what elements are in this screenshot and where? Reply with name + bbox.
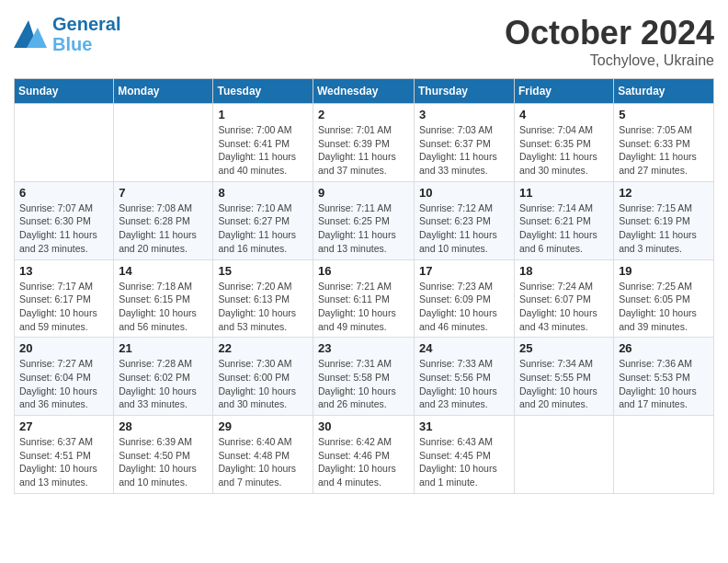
calendar-cell: 14Sunrise: 7:18 AM Sunset: 6:15 PM Dayli…: [114, 259, 213, 338]
day-number: 8: [218, 186, 308, 200]
calendar-cell: 28Sunrise: 6:39 AM Sunset: 4:50 PM Dayli…: [114, 416, 213, 494]
day-info: Sunrise: 6:37 AM Sunset: 4:51 PM Dayligh…: [19, 435, 108, 489]
day-info: Sunrise: 7:24 AM Sunset: 6:07 PM Dayligh…: [519, 280, 609, 334]
day-info: Sunrise: 7:25 AM Sunset: 6:05 PM Dayligh…: [619, 280, 709, 334]
week-row-4: 20Sunrise: 7:27 AM Sunset: 6:04 PM Dayli…: [15, 338, 714, 416]
calendar-cell: 15Sunrise: 7:20 AM Sunset: 6:13 PM Dayli…: [213, 259, 313, 338]
logo: General Blue: [14, 14, 120, 54]
day-number: 10: [419, 186, 509, 200]
day-info: Sunrise: 6:39 AM Sunset: 4:50 PM Dayligh…: [119, 435, 208, 489]
day-info: Sunrise: 7:12 AM Sunset: 6:23 PM Dayligh…: [419, 201, 509, 256]
day-number: 30: [318, 419, 409, 433]
day-number: 26: [619, 341, 709, 355]
day-number: 7: [119, 186, 208, 200]
day-header-sunday: Sunday: [15, 79, 114, 104]
logo-general: General: [52, 14, 120, 34]
day-number: 15: [218, 264, 308, 278]
page-header: General Blue October 2024 Tochylove, Ukr…: [14, 14, 714, 69]
day-info: Sunrise: 7:08 AM Sunset: 6:28 PM Dayligh…: [119, 201, 208, 256]
calendar-cell: 31Sunrise: 6:43 AM Sunset: 4:45 PM Dayli…: [415, 416, 515, 494]
day-number: 20: [19, 341, 108, 355]
calendar-cell: 19Sunrise: 7:25 AM Sunset: 6:05 PM Dayli…: [614, 259, 714, 338]
calendar-cell: [614, 416, 714, 494]
day-info: Sunrise: 7:14 AM Sunset: 6:21 PM Dayligh…: [519, 201, 609, 256]
title-block: October 2024 Tochylove, Ukraine: [505, 14, 714, 69]
day-number: 3: [419, 108, 509, 121]
day-info: Sunrise: 7:33 AM Sunset: 5:56 PM Dayligh…: [419, 357, 509, 411]
calendar-cell: 13Sunrise: 7:17 AM Sunset: 6:17 PM Dayli…: [15, 259, 114, 338]
week-row-5: 27Sunrise: 6:37 AM Sunset: 4:51 PM Dayli…: [15, 416, 714, 494]
calendar-cell: 10Sunrise: 7:12 AM Sunset: 6:23 PM Dayli…: [415, 181, 515, 259]
calendar-cell: 20Sunrise: 7:27 AM Sunset: 6:04 PM Dayli…: [15, 338, 114, 416]
calendar-cell: 22Sunrise: 7:30 AM Sunset: 6:00 PM Dayli…: [213, 338, 313, 416]
header-row: SundayMondayTuesdayWednesdayThursdayFrid…: [15, 79, 714, 104]
day-number: 12: [619, 186, 709, 200]
day-number: 23: [318, 341, 409, 355]
day-number: 25: [519, 341, 609, 355]
calendar-cell: [515, 416, 614, 494]
day-info: Sunrise: 7:03 AM Sunset: 6:37 PM Dayligh…: [419, 123, 509, 178]
day-info: Sunrise: 7:20 AM Sunset: 6:13 PM Dayligh…: [218, 280, 308, 334]
day-info: Sunrise: 7:07 AM Sunset: 6:30 PM Dayligh…: [19, 201, 108, 256]
day-info: Sunrise: 6:43 AM Sunset: 4:45 PM Dayligh…: [419, 435, 509, 489]
day-number: 28: [119, 419, 208, 433]
calendar-cell: 4Sunrise: 7:04 AM Sunset: 6:35 PM Daylig…: [515, 104, 614, 182]
day-info: Sunrise: 7:23 AM Sunset: 6:09 PM Dayligh…: [419, 280, 509, 334]
day-number: 31: [419, 419, 509, 433]
day-header-thursday: Thursday: [415, 79, 515, 104]
day-info: Sunrise: 7:30 AM Sunset: 6:00 PM Dayligh…: [218, 357, 308, 411]
calendar-cell: 6Sunrise: 7:07 AM Sunset: 6:30 PM Daylig…: [15, 181, 114, 259]
calendar-cell: 26Sunrise: 7:36 AM Sunset: 5:53 PM Dayli…: [614, 338, 714, 416]
calendar-cell: 9Sunrise: 7:11 AM Sunset: 6:25 PM Daylig…: [313, 181, 415, 259]
day-info: Sunrise: 7:05 AM Sunset: 6:33 PM Dayligh…: [619, 123, 709, 178]
week-row-3: 13Sunrise: 7:17 AM Sunset: 6:17 PM Dayli…: [15, 259, 714, 338]
calendar-cell: 18Sunrise: 7:24 AM Sunset: 6:07 PM Dayli…: [515, 259, 614, 338]
day-number: 13: [19, 264, 108, 278]
calendar-cell: [114, 104, 213, 182]
day-number: 16: [318, 264, 409, 278]
day-number: 24: [419, 341, 509, 355]
day-info: Sunrise: 7:15 AM Sunset: 6:19 PM Dayligh…: [619, 201, 709, 256]
logo-blue: Blue: [52, 34, 120, 54]
calendar-cell: 24Sunrise: 7:33 AM Sunset: 5:56 PM Dayli…: [415, 338, 515, 416]
month-title: October 2024: [505, 14, 714, 52]
day-number: 6: [19, 186, 108, 200]
calendar-cell: 17Sunrise: 7:23 AM Sunset: 6:09 PM Dayli…: [415, 259, 515, 338]
calendar-cell: 7Sunrise: 7:08 AM Sunset: 6:28 PM Daylig…: [114, 181, 213, 259]
day-number: 11: [519, 186, 609, 200]
day-header-wednesday: Wednesday: [313, 79, 415, 104]
calendar-cell: 12Sunrise: 7:15 AM Sunset: 6:19 PM Dayli…: [614, 181, 714, 259]
day-number: 17: [419, 264, 509, 278]
day-number: 27: [19, 419, 108, 433]
calendar-cell: 16Sunrise: 7:21 AM Sunset: 6:11 PM Dayli…: [313, 259, 415, 338]
day-number: 19: [619, 264, 709, 278]
calendar-cell: [15, 104, 114, 182]
day-info: Sunrise: 7:34 AM Sunset: 5:55 PM Dayligh…: [519, 357, 609, 411]
week-row-2: 6Sunrise: 7:07 AM Sunset: 6:30 PM Daylig…: [15, 181, 714, 259]
day-number: 14: [119, 264, 208, 278]
day-number: 5: [619, 108, 709, 121]
day-info: Sunrise: 7:27 AM Sunset: 6:04 PM Dayligh…: [19, 357, 108, 411]
calendar-cell: 8Sunrise: 7:10 AM Sunset: 6:27 PM Daylig…: [213, 181, 313, 259]
day-number: 2: [318, 108, 409, 121]
calendar-cell: 3Sunrise: 7:03 AM Sunset: 6:37 PM Daylig…: [415, 104, 515, 182]
day-number: 22: [218, 341, 308, 355]
calendar-cell: 27Sunrise: 6:37 AM Sunset: 4:51 PM Dayli…: [15, 416, 114, 494]
day-header-saturday: Saturday: [614, 79, 714, 104]
day-info: Sunrise: 7:00 AM Sunset: 6:41 PM Dayligh…: [218, 123, 308, 178]
calendar-cell: 30Sunrise: 6:42 AM Sunset: 4:46 PM Dayli…: [313, 416, 415, 494]
day-info: Sunrise: 7:17 AM Sunset: 6:17 PM Dayligh…: [19, 280, 108, 334]
day-info: Sunrise: 7:21 AM Sunset: 6:11 PM Dayligh…: [318, 280, 409, 334]
day-info: Sunrise: 7:10 AM Sunset: 6:27 PM Dayligh…: [218, 201, 308, 256]
logo-icon: [14, 20, 49, 48]
day-info: Sunrise: 7:01 AM Sunset: 6:39 PM Dayligh…: [318, 123, 409, 178]
day-header-friday: Friday: [515, 79, 614, 104]
day-info: Sunrise: 7:36 AM Sunset: 5:53 PM Dayligh…: [619, 357, 709, 411]
day-number: 4: [519, 108, 609, 121]
day-number: 9: [318, 186, 409, 200]
day-info: Sunrise: 6:40 AM Sunset: 4:48 PM Dayligh…: [218, 435, 308, 489]
day-number: 29: [218, 419, 308, 433]
calendar-cell: 5Sunrise: 7:05 AM Sunset: 6:33 PM Daylig…: [614, 104, 714, 182]
calendar-cell: 2Sunrise: 7:01 AM Sunset: 6:39 PM Daylig…: [313, 104, 415, 182]
day-header-monday: Monday: [114, 79, 213, 104]
